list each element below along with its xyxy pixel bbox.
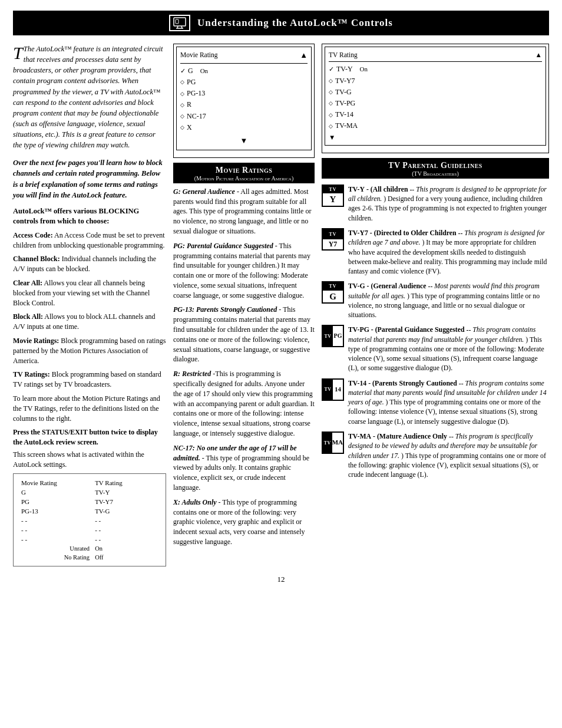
tv-entry-text-TVPG: TV-PG - (Parental Guidance Suggested -- …: [348, 325, 549, 373]
rating-title: R: Restricted: [173, 370, 211, 378]
rating-label: PG-13: [187, 88, 205, 99]
rating-id: TV-Y7: [348, 229, 368, 237]
term-label: Channel Block:: [13, 255, 60, 263]
rating-label: X: [187, 122, 192, 133]
tv-val: TV-Y: [93, 488, 160, 496]
tv-parental-subtitle: (TV Broadcasters): [325, 170, 546, 177]
tv-rating-TV14: TV 14 TV-14 - (Parents Strongly Cautione…: [322, 378, 549, 426]
movie-rating-box: Movie Rating ▲ ✓ G On ◇ PG ◇ PG-13: [173, 44, 315, 158]
table-row: G TV-Y: [19, 488, 160, 496]
rating-title: G: General Audience: [173, 187, 235, 196]
diamond-icon: ◇: [329, 99, 333, 107]
rating-label: TV-PG: [335, 98, 355, 109]
movie-val: - -: [19, 535, 92, 543]
rating-G: G: General Audience - All ages admitted.…: [173, 187, 315, 236]
rating-NC17: NC-17: No one under the age of 17 will b…: [173, 443, 315, 493]
rating-item-TVG: ◇ TV-G: [329, 87, 542, 98]
tv-rating-TVMA: TV MA TV-MA - (Mature Audience Only -- T…: [322, 431, 549, 479]
norating-val: Off: [93, 554, 160, 561]
movie-val: PG: [19, 498, 92, 506]
table-row: - - - -: [19, 535, 160, 543]
diamond-icon: ◇: [329, 122, 333, 130]
rating-label: R: [187, 99, 191, 110]
table-header-row: Movie Rating TV Rating: [19, 479, 160, 487]
rating-R: R: Restricted -This is programming is sp…: [173, 369, 315, 439]
rating-item-NC17: ◇ NC-17: [180, 111, 308, 122]
rating-text: - This programming contains material tha…: [173, 305, 315, 363]
tv-entry-text-TVY7: TV-Y7 - (Directed to Older Children -- T…: [348, 228, 549, 276]
rating-label: PG: [187, 77, 196, 88]
badge-bottom: Y: [323, 193, 343, 206]
diamond-icon: ◇: [180, 101, 184, 109]
tv-badge-TVPG: TV PG: [322, 325, 344, 347]
tv-badge-TVY7: TV Y7: [322, 228, 344, 251]
tv-box-inner: TV Rating ▲ ✓ TV-Y On ◇ TV-Y7 ◇ TV-G: [325, 47, 546, 146]
diamond-icon: ◇: [180, 123, 184, 131]
on-label: On: [360, 64, 368, 75]
tv-entry-text-TVY: TV-Y - (All children -- This program is …: [348, 185, 549, 223]
tv-val: - -: [93, 516, 160, 525]
term-access-code: Access Code: An Access Code must be set …: [13, 230, 166, 251]
tv-rating-TVG: TV G TV-G - (General Audience -- Most pa…: [322, 281, 549, 319]
movie-val: - -: [19, 526, 92, 534]
svg-rect-4: [176, 19, 178, 24]
tv-entry-text-TVMA: TV-MA - (Mature Audience Only -- This pr…: [348, 431, 549, 479]
tv-rating-box: TV Rating ▲ ✓ TV-Y On ◇ TV-Y7 ◇ TV-G: [322, 44, 549, 153]
footer-row2: No Rating Off: [19, 554, 160, 561]
box-header-label: TV Rating: [329, 50, 358, 60]
tv-val: - -: [93, 526, 160, 534]
box-header-row: Movie Rating ▲: [180, 50, 308, 64]
tv-badge-TV14: TV 14: [322, 378, 344, 401]
page-header: Understanding the AutoLock™ Controls: [13, 11, 549, 35]
movie-box-inner: Movie Rating ▲ ✓ G On ◇ PG ◇ PG-13: [176, 47, 312, 150]
rating-label: TV-14: [335, 109, 353, 120]
tv-rating-TVY: TV Y TV-Y - (All children -- This progra…: [322, 185, 549, 223]
badge-left: TV: [323, 433, 332, 453]
movie-ratings-title: Movie Ratings: [177, 166, 311, 175]
badge-right: PG: [333, 326, 343, 346]
right-column: TV Rating ▲ ✓ TV-Y On ◇ TV-Y7 ◇ TV-G: [322, 44, 549, 485]
rating-text: -This is programming is specifically des…: [173, 370, 315, 437]
rating-PG13: PG-13: Parents Strongly Cautioned - This…: [173, 305, 315, 364]
rating-bold-desc: - (Parents Strongly Cautioned: [368, 379, 457, 387]
norating-label: No Rating: [19, 554, 92, 561]
tv-badge-TVY: TV Y: [322, 185, 344, 207]
middle-column: Movie Rating ▲ ✓ G On ◇ PG ◇ PG-13: [173, 44, 315, 552]
tv-rating-TVY7: TV Y7 TV-Y7 - (Directed to Older Childre…: [322, 228, 549, 276]
diamond-icon: ◇: [180, 90, 184, 98]
rating-item-R: ◇ R: [180, 99, 308, 110]
rating-id: TV-Y: [348, 185, 365, 193]
rating-item-PG: ◇ PG: [180, 77, 308, 88]
term-tv-ratings: TV Ratings: Block programming based on s…: [13, 370, 166, 390]
diamond-icon: ◇: [329, 111, 333, 119]
tv-badge-TVG: TV G: [322, 281, 344, 304]
rating-bold-desc: - (Parental Guidance Suggested: [371, 325, 465, 334]
intro-para: The AutoLock™ feature is an integrated c…: [13, 44, 166, 150]
rating-title: PG: Parental Guidance Suggested: [173, 242, 273, 250]
rating-item-TVY: ✓ TV-Y On: [329, 64, 542, 75]
rating-bold-desc: - (Directed to Older Children: [370, 229, 457, 237]
rating-title: X: Adults Only: [173, 498, 217, 506]
table-row: PG TV-Y7: [19, 498, 160, 506]
rating-label: TV-Y: [336, 64, 353, 75]
rating-item-TVY7: ◇ TV-Y7: [329, 75, 542, 87]
col2-header: TV Rating: [93, 479, 160, 487]
bold-italic-para: Over the next few pages you'll learn how…: [13, 157, 166, 200]
term-label: Block All:: [13, 312, 43, 321]
rating-bold-desc: - (General Audience: [367, 282, 427, 290]
diamond-icon: ◇: [329, 77, 333, 85]
page: Understanding the AutoLock™ Controls TTh…: [0, 0, 562, 728]
table-row: PG-13 TV-G: [19, 507, 160, 515]
rating-id: TV-14: [348, 379, 366, 387]
tv-parental-header: TV Parental Guidelines (TV Broadcasters): [322, 158, 549, 179]
badge-bottom: G: [323, 291, 343, 303]
check-icon: ✓: [180, 66, 186, 77]
term-label: Movie Ratings:: [13, 337, 59, 345]
diamond-icon: ◇: [329, 88, 333, 96]
main-layout: TThe AutoLock™ feature is an integrated …: [13, 44, 549, 566]
small-screen-box: Movie Rating TV Rating G TV-Y PG TV-Y7 P…: [13, 473, 166, 566]
rating-id: TV-MA: [348, 432, 371, 440]
box-header-row: TV Rating ▲: [329, 50, 542, 62]
table-row: - - - -: [19, 526, 160, 534]
rating-label: TV-MA: [335, 120, 358, 131]
